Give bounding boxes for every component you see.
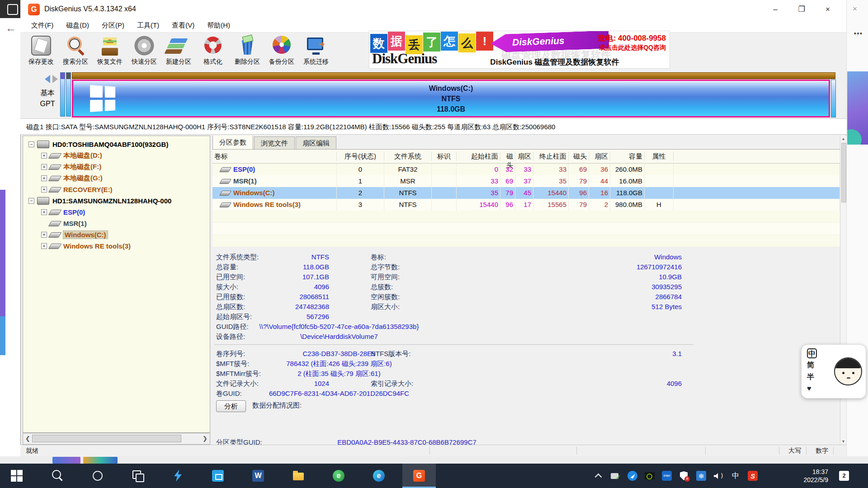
tray-icon[interactable] bbox=[609, 470, 621, 482]
toolbar-button[interactable]: 格式化 bbox=[196, 33, 230, 68]
toolbar-button[interactable]: 快速分区 bbox=[127, 33, 161, 68]
tree-item[interactable]: RECOVERY(E:) bbox=[23, 184, 210, 195]
tree-item[interactable]: Windows(C:) bbox=[23, 229, 210, 240]
ime-mode-item[interactable]: 中 bbox=[807, 348, 817, 358]
tray-icon[interactable] bbox=[627, 470, 638, 482]
recovery-partition-block[interactable] bbox=[831, 80, 836, 117]
tree-horizontal-scrollbar[interactable]: ❮ ❯ bbox=[23, 433, 210, 445]
tab[interactable]: 扇区编辑 bbox=[296, 136, 336, 149]
column-header[interactable]: 起始柱面 bbox=[457, 152, 500, 161]
ime-mode-item[interactable]: 半 bbox=[807, 372, 817, 382]
ime-mode-item[interactable]: 简 bbox=[807, 360, 817, 370]
menu-item[interactable]: 磁盘(D) bbox=[60, 21, 95, 30]
column-header[interactable]: 序号(状态) bbox=[337, 152, 384, 161]
taskbar-app-button[interactable] bbox=[40, 464, 74, 488]
table-row[interactable]: MSR(1) 1 MSR 33 69 37 35 79 44 16.0MB bbox=[212, 175, 840, 187]
tree-item[interactable]: HD0:TOSHIBAMQ04ABF100(932GB) bbox=[23, 139, 210, 150]
tray-icon[interactable]: intel bbox=[661, 470, 673, 482]
taskbar-app-button[interactable] bbox=[201, 464, 235, 488]
expander-icon[interactable] bbox=[41, 175, 47, 181]
taskbar-app-button[interactable] bbox=[161, 464, 194, 488]
menu-item[interactable]: 查看(V) bbox=[165, 21, 201, 30]
esp-partition-block[interactable] bbox=[60, 72, 65, 117]
tray-icon[interactable]: S bbox=[747, 470, 759, 482]
background-close-icon[interactable]: × bbox=[853, 5, 857, 14]
menu-item[interactable]: 帮助(H) bbox=[201, 21, 236, 30]
tree-item[interactable]: HD1:SAMSUNGMZNLN128HAHQ-000 bbox=[23, 195, 210, 206]
tray-icon[interactable] bbox=[678, 470, 690, 482]
scrollbar-thumb[interactable] bbox=[32, 435, 181, 442]
tree-item[interactable]: 本地磁盘(F:) bbox=[23, 161, 210, 173]
ime-mode-item[interactable]: ♥ bbox=[807, 384, 817, 394]
expander-icon[interactable] bbox=[28, 198, 34, 204]
column-header[interactable]: 磁头 bbox=[569, 152, 589, 161]
taskbar-app-button[interactable] bbox=[282, 464, 315, 488]
banner-qq-link[interactable]: 或点击此处选择QQ咨询 bbox=[599, 44, 666, 52]
tray-icon[interactable]: ❄ bbox=[695, 470, 707, 482]
column-header[interactable]: 属性 bbox=[645, 152, 674, 161]
prev-disk-arrow-icon[interactable] bbox=[41, 75, 50, 83]
toolbar-button[interactable]: 新建分区 bbox=[161, 33, 196, 68]
expander-icon[interactable] bbox=[41, 153, 47, 159]
menu-item[interactable]: 分区(P) bbox=[95, 21, 131, 30]
taskbar-app-button[interactable] bbox=[121, 464, 154, 488]
browser-back-icon[interactable]: ← bbox=[5, 22, 16, 34]
table-row[interactable]: Windows(C:) 2 NTFS 35 79 45 15440 96 16 … bbox=[212, 187, 840, 199]
tab[interactable]: 浏览文件 bbox=[254, 136, 295, 149]
scroll-up-icon[interactable]: ▲ bbox=[841, 136, 845, 141]
expander-icon[interactable] bbox=[41, 232, 47, 238]
ime-status-widget[interactable]: 中简半♥ bbox=[801, 344, 866, 399]
column-header[interactable]: 卷标 bbox=[212, 152, 337, 161]
menu-item[interactable]: 文件(F) bbox=[25, 21, 60, 30]
taskbar-app-button[interactable]: e bbox=[362, 464, 396, 488]
toolbar-button[interactable]: 备份分区 bbox=[264, 33, 299, 68]
taskbar-app-button[interactable] bbox=[80, 464, 114, 488]
menu-item[interactable]: 工具(T) bbox=[131, 21, 165, 30]
close-button[interactable]: × bbox=[816, 0, 839, 19]
maximize-button[interactable]: ❐ bbox=[790, 0, 813, 19]
column-header[interactable]: 扇区 bbox=[515, 152, 533, 161]
scroll-left-icon[interactable]: ❮ bbox=[25, 435, 30, 442]
toolbar-button[interactable]: 搜索分区 bbox=[58, 33, 93, 68]
notification-center-icon[interactable]: 2 bbox=[839, 471, 849, 481]
banner-ad[interactable]: 数据丢了怎么! 磁盘管理及数据恢复软件 DiskGenius DiskGeniu… bbox=[369, 31, 670, 69]
column-header[interactable]: 标识 bbox=[432, 152, 457, 161]
table-row[interactable]: ESP(0) 0 FAT32 0 32 33 33 69 36 260.0MB bbox=[212, 164, 840, 175]
taskbar-app-button[interactable] bbox=[0, 464, 33, 488]
taskbar-clock[interactable]: 18:37 2022/5/9 bbox=[785, 468, 828, 484]
tree-item[interactable]: ESP(0) bbox=[23, 206, 210, 218]
expander-icon[interactable] bbox=[28, 141, 34, 147]
column-header[interactable]: 容量 bbox=[610, 152, 645, 161]
expander-icon[interactable] bbox=[41, 164, 47, 170]
tray-icon[interactable]: 中 bbox=[730, 470, 741, 482]
tab[interactable]: 分区参数 bbox=[212, 136, 253, 149]
windows-partition-block[interactable]: Windows(C:) NTFS 118.0GB bbox=[72, 80, 830, 117]
expander-icon[interactable] bbox=[41, 209, 47, 215]
tree-item[interactable]: Windows RE tools(3) bbox=[23, 240, 210, 252]
column-header[interactable]: 终止柱面 bbox=[533, 152, 569, 161]
table-row[interactable]: Windows RE tools(3) 3 NTFS 15440 96 17 1… bbox=[212, 199, 840, 211]
tree-item[interactable]: 本地磁盘(D:) bbox=[23, 150, 210, 161]
column-header[interactable]: 扇区 bbox=[589, 152, 610, 161]
toolbar-button[interactable]: 系统迁移 bbox=[299, 33, 333, 68]
tree-item[interactable]: MSR(1) bbox=[23, 218, 210, 229]
tray-icon[interactable] bbox=[712, 470, 724, 482]
scroll-down-icon[interactable]: ▼ bbox=[841, 439, 845, 444]
column-header[interactable]: 文件系统 bbox=[384, 152, 432, 161]
toolbar-button[interactable]: 保存更改 bbox=[24, 33, 58, 68]
tree-item[interactable]: 本地磁盘(G:) bbox=[23, 173, 210, 184]
minimize-button[interactable]: – bbox=[764, 0, 787, 19]
taskbar-app-button[interactable]: e bbox=[322, 464, 355, 488]
toolbar-button[interactable]: 删除分区 bbox=[230, 33, 264, 68]
taskbar-app-button[interactable]: G bbox=[402, 464, 436, 488]
tray-icon[interactable] bbox=[644, 470, 656, 482]
scroll-right-icon[interactable]: ❯ bbox=[203, 435, 208, 442]
tray-icon[interactable] bbox=[592, 470, 604, 482]
expander-icon[interactable] bbox=[41, 243, 47, 249]
taskbar-app-button[interactable]: W bbox=[241, 464, 275, 488]
column-header[interactable]: 磁头 bbox=[500, 152, 515, 161]
toolbar-button[interactable]: 恢复文件 bbox=[93, 33, 127, 68]
analyze-button[interactable]: 分析 bbox=[216, 400, 246, 412]
scrollbar-thumb[interactable] bbox=[841, 143, 846, 202]
msr-partition-block[interactable] bbox=[66, 72, 71, 117]
